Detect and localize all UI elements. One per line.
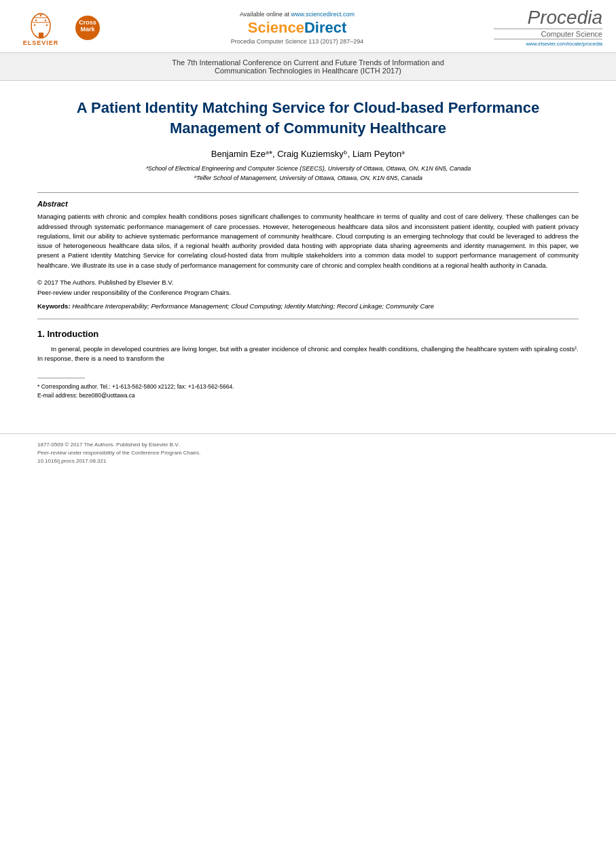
introduction-section: 1. Introduction In general, people in de… [37, 329, 579, 364]
conference-line2: Communication Technologies in Healthcare… [27, 67, 589, 75]
conference-line1: The 7th International Conference on Curr… [27, 58, 589, 67]
introduction-title: 1. Introduction [37, 329, 579, 339]
elsevier-tree-icon [22, 9, 60, 39]
page-footer: 1877-0509 © 2017 The Authors. Published … [0, 433, 616, 472]
keywords-label: Keywords: [37, 302, 71, 310]
procedia-brand: Procedia [494, 8, 602, 27]
svg-text:Cross: Cross [79, 19, 96, 26]
footer-doi: 10.1016/j.procs.2017.08.321 [37, 457, 579, 465]
footnote: * Corresponding author. Tel.: +1-613-562… [37, 382, 579, 400]
crossmark-logo: Cross Mark [75, 15, 101, 41]
elsevier-label: ELSEVIER [23, 39, 59, 46]
keywords-values: Healthcare Interoperability; Performance… [72, 302, 434, 310]
paper-title-line1: A Patient Identity Matching Service for … [37, 98, 579, 118]
footnote-email: E-mail address: beze080@uottawa.ca [37, 391, 579, 400]
footnote-divider [37, 378, 85, 378]
svg-point-6 [39, 15, 41, 16]
svg-point-9 [46, 24, 47, 26]
authors: Benjamin Ezeᵃ*, Craig Kuziemskyᵇ, Liam P… [37, 149, 579, 159]
svg-point-8 [33, 24, 35, 26]
elsevier-url: www.elsevier.com/locate/procedia [494, 41, 602, 47]
available-text: Available online at www.sciencedirect.co… [101, 11, 494, 18]
svg-text:Mark: Mark [80, 26, 95, 33]
footer-text: 1877-0509 © 2017 The Authors. Published … [37, 441, 579, 465]
affiliation1: ᵃSchool of Electrical Engineering and Co… [37, 164, 579, 174]
page: ELSEVIER Cross Mark Available online at … [0, 0, 616, 841]
divider-1 [37, 192, 579, 193]
header-logos: ELSEVIER Cross Mark [14, 9, 101, 46]
main-content: A Patient Identity Matching Service for … [0, 81, 616, 413]
abstract-label: Abstract [37, 200, 579, 208]
sciencedirect-brand: ScienceDirect [101, 19, 494, 37]
elsevier-logo: ELSEVIER [14, 9, 68, 46]
computer-science-text: Computer Science [494, 29, 602, 39]
abstract-text: Managing patients with chronic and compl… [37, 212, 579, 270]
header-right: Procedia Computer Science www.elsevier.c… [494, 8, 602, 47]
conference-banner: The 7th International Conference on Curr… [0, 53, 616, 81]
journal-info: Procedia Computer Science 113 (2017) 287… [101, 38, 494, 45]
svg-point-5 [35, 20, 36, 21]
affiliations: ᵃSchool of Electrical Engineering and Co… [37, 164, 579, 183]
footer-peer-review: Peer-review under responsibility of the … [37, 449, 579, 457]
divider-2 [37, 319, 579, 319]
introduction-text: In general, people in developed countrie… [37, 344, 579, 364]
paper-title-line2: Management of Community Healthcare [37, 118, 579, 139]
page-header: ELSEVIER Cross Mark Available online at … [0, 0, 616, 53]
header-center: Available online at www.sciencedirect.co… [101, 11, 494, 45]
footer-issn: 1877-0509 © 2017 The Authors. Published … [37, 441, 579, 449]
svg-rect-0 [39, 33, 43, 38]
paper-title: A Patient Identity Matching Service for … [37, 98, 579, 138]
svg-point-7 [44, 20, 46, 21]
keywords-text: Keywords: Healthcare Interoperability; P… [37, 302, 579, 311]
footnote-corresponding: * Corresponding author. Tel.: +1-613-562… [37, 382, 579, 391]
copyright-text: © 2017 The Authors. Published by Elsevie… [37, 277, 579, 298]
abstract-section: Abstract Managing patients with chronic … [37, 200, 579, 311]
affiliation2: ᵇTelfer School of Management, University… [37, 174, 579, 183]
crossmark-icon: Cross Mark [75, 15, 101, 41]
sciencedirect-link[interactable]: www.sciencedirect.com [291, 11, 355, 18]
